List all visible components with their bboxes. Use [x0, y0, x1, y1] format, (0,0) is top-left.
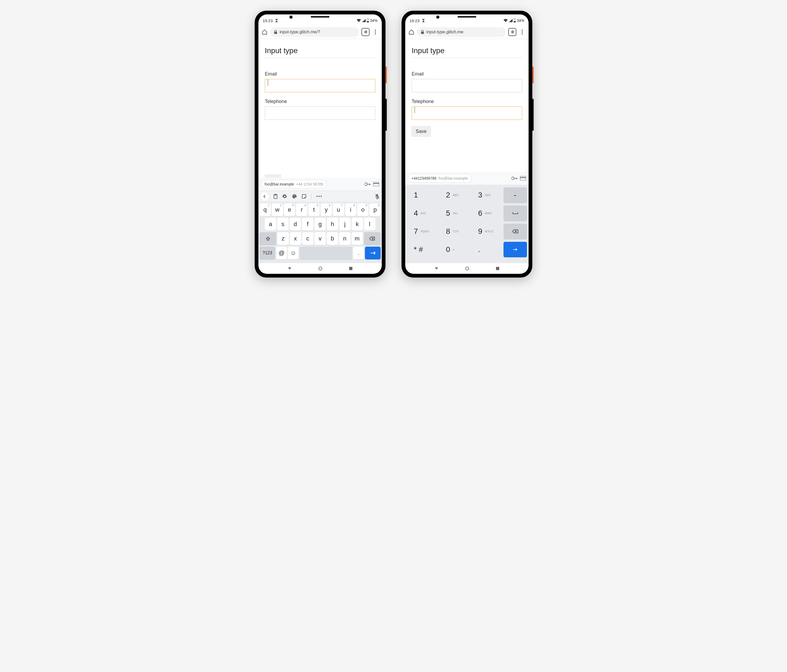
svg-point-15 [319, 267, 322, 270]
key-v[interactable]: v [314, 232, 326, 245]
gear-icon[interactable] [283, 194, 287, 199]
key-q[interactable]: q1 [259, 203, 271, 216]
signal-icon [509, 19, 512, 22]
more-icon[interactable]: ••• [316, 194, 322, 199]
key-k[interactable]: k [352, 218, 363, 230]
emoji-key[interactable]: ☺ [288, 247, 299, 259]
backspace-key[interactable] [364, 232, 381, 245]
key-y[interactable]: y6 [321, 203, 332, 216]
key-j[interactable]: j [339, 218, 351, 230]
save-button[interactable]: Save [412, 126, 431, 137]
key-h[interactable]: h [327, 218, 338, 230]
dial-key-4[interactable]: 4GHI [407, 205, 438, 221]
key-m[interactable]: m [352, 232, 363, 245]
email-field[interactable] [265, 79, 375, 92]
home-icon[interactable] [408, 29, 414, 35]
key-z[interactable]: z [277, 232, 289, 245]
key-i[interactable]: i8 [345, 203, 356, 216]
key-t[interactable]: t5 [308, 203, 319, 216]
address-bar[interactable]: input-type.glitch.me/? [270, 27, 359, 37]
dial-key-[interactable]: * # [407, 242, 438, 257]
browser-toolbar: input-type.glitch.me :D [405, 25, 529, 39]
key-d[interactable]: d [290, 218, 301, 230]
overflow-menu[interactable] [372, 30, 379, 35]
svg-rect-20 [421, 32, 424, 34]
email-field[interactable] [412, 79, 522, 92]
key-c[interactable]: c [302, 232, 313, 245]
svg-rect-6 [373, 183, 379, 184]
dial-key-8[interactable]: 8TUV [439, 224, 470, 239]
tab-switcher[interactable]: :D [508, 28, 516, 36]
key-g[interactable]: g [314, 218, 326, 230]
autofill-chip[interactable]: foo@bar.example +44 1234 56789 [261, 180, 327, 188]
shift-key[interactable] [259, 232, 276, 245]
system-nav [405, 263, 529, 274]
telephone-field[interactable] [265, 106, 375, 120]
power-button[interactable] [532, 67, 534, 83]
symbols-key[interactable]: ?123 [259, 247, 275, 259]
palette-icon[interactable] [292, 194, 297, 199]
key-s[interactable]: s [277, 218, 288, 230]
key-x[interactable]: x [290, 232, 301, 245]
overflow-menu[interactable] [519, 30, 525, 35]
nav-back-icon[interactable] [288, 267, 292, 271]
autofill-chip[interactable]: +44123456789 foo@bar.example [408, 174, 471, 183]
space-key[interactable] [504, 205, 527, 221]
dash-key[interactable]: - [504, 187, 527, 203]
nav-home-icon[interactable] [465, 267, 469, 271]
kb-back-icon[interactable] [261, 192, 269, 200]
nav-home-icon[interactable] [318, 267, 322, 271]
backspace-key[interactable] [504, 224, 527, 239]
space-key[interactable] [300, 247, 352, 259]
key-u[interactable]: u7 [333, 203, 344, 216]
nav-back-icon[interactable] [435, 267, 439, 271]
period-key[interactable]: . [353, 247, 363, 259]
key-r[interactable]: r4 [296, 203, 307, 216]
volume-button[interactable] [386, 99, 387, 131]
clipboard-icon[interactable] [273, 194, 278, 199]
at-key[interactable]: @ [276, 247, 287, 259]
dial-key-2[interactable]: 2ABC [439, 187, 470, 203]
dial-key-1[interactable]: 1 [407, 187, 438, 203]
page-content: Input type Email Telephone Save [405, 39, 529, 172]
key-f[interactable]: f [302, 218, 313, 230]
key-w[interactable]: w2 [272, 203, 283, 216]
url-text: input-type.glitch.me [426, 30, 463, 35]
enter-key[interactable] [504, 242, 527, 257]
dial-key-0[interactable]: 0+ [439, 242, 470, 257]
card-icon[interactable] [373, 182, 379, 186]
key-p[interactable]: p0 [370, 203, 381, 216]
status-bar: 19:23 34% [258, 16, 382, 25]
telephone-field[interactable] [412, 106, 522, 120]
enter-key[interactable] [365, 247, 381, 259]
key-o[interactable]: o9 [357, 203, 368, 216]
dial-key-9[interactable]: 9WXYZ [471, 224, 502, 239]
nav-recent-icon[interactable] [496, 267, 499, 270]
key-l[interactable]: l [364, 218, 375, 230]
power-button[interactable] [386, 67, 387, 83]
home-icon[interactable] [262, 29, 267, 35]
save-button-peek[interactable] [265, 175, 281, 178]
key-a[interactable]: a [265, 218, 276, 230]
key-e[interactable]: e3 [284, 203, 295, 216]
svg-rect-23 [520, 177, 526, 178]
key-n[interactable]: n [339, 232, 350, 245]
signal-icon [362, 19, 366, 22]
key-b[interactable]: b [327, 232, 338, 245]
nav-recent-icon[interactable] [349, 267, 352, 270]
key-icon[interactable] [512, 177, 517, 180]
volume-button[interactable] [532, 99, 534, 131]
dial-key-6[interactable]: 6MNO [471, 205, 502, 221]
wifi-icon [357, 19, 361, 22]
sticker-icon[interactable] [302, 194, 307, 199]
dial-key-[interactable]: . [471, 242, 502, 257]
telephone-label: Telephone [412, 99, 522, 104]
dial-key-7[interactable]: 7PQRS [407, 224, 438, 239]
mic-off-icon[interactable] [375, 194, 379, 199]
dial-key-3[interactable]: 3DEF [471, 187, 502, 203]
key-icon[interactable] [365, 182, 371, 186]
address-bar[interactable]: input-type.glitch.me [417, 27, 506, 37]
tab-switcher[interactable]: :D [362, 28, 370, 36]
card-icon[interactable] [520, 176, 526, 180]
dial-key-5[interactable]: 5JKL [439, 205, 470, 221]
